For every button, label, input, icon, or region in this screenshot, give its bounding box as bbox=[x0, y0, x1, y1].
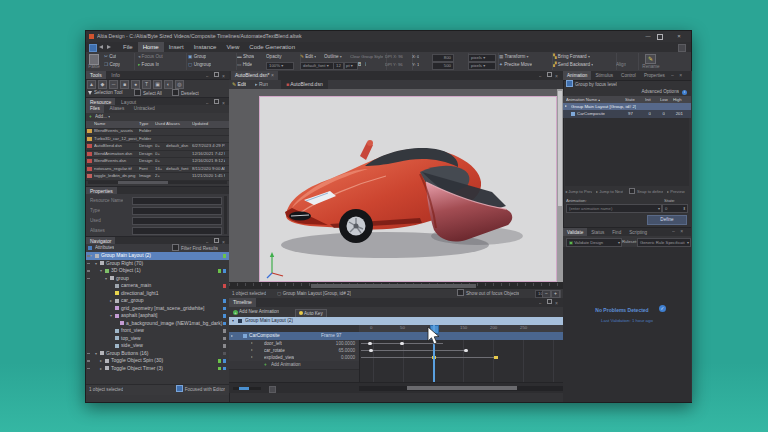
ellipse-tool-icon[interactable]: ● bbox=[131, 80, 140, 89]
design-canvas[interactable] bbox=[259, 96, 557, 282]
resource-row[interactable]: notosans_regular.ttfFont16+default_font8… bbox=[86, 166, 229, 174]
opacity-value[interactable]: 100% ▾ bbox=[266, 62, 294, 70]
jump-to-next-button[interactable]: ▸ Jump to Next bbox=[596, 188, 623, 196]
height-field[interactable]: 500 bbox=[432, 62, 454, 70]
edit-mode-button[interactable]: ✎ Edit bbox=[232, 80, 246, 89]
animation-group-row[interactable]: ▸ Group Main Layout [Group, id# 2] bbox=[563, 103, 691, 110]
col-animation-name[interactable]: Animation Name ▴ bbox=[566, 96, 600, 103]
keyframe[interactable] bbox=[368, 342, 372, 346]
show-button[interactable]: ▬ Show bbox=[237, 53, 254, 61]
visibility-toggle-icon[interactable] bbox=[87, 353, 90, 355]
timeline-zoom-fit-button[interactable] bbox=[269, 386, 276, 393]
visibility-toggle-icon[interactable] bbox=[87, 278, 90, 280]
viewport[interactable] bbox=[229, 89, 563, 282]
focus-out-button[interactable]: ◂ Focus Out bbox=[138, 53, 163, 61]
animation-list-well[interactable] bbox=[565, 118, 689, 186]
row-expand-icon[interactable]: ▸ bbox=[231, 332, 233, 340]
animation-carcomposite-row[interactable]: CarComposite 97 0 0 201 bbox=[563, 110, 691, 118]
add-new-animation-button[interactable]: + Add New Animation bbox=[233, 307, 279, 317]
select-tool-icon[interactable]: ▲ bbox=[87, 80, 96, 89]
tab-info[interactable]: Info bbox=[107, 71, 123, 79]
align-button[interactable]: Align bbox=[616, 61, 626, 69]
cut-button[interactable]: ✂ Cut bbox=[104, 53, 116, 61]
font-size-field[interactable]: 12 bbox=[333, 62, 344, 70]
menu-tab-insert[interactable]: Insert bbox=[164, 42, 189, 52]
tab-untracked[interactable]: Untracked bbox=[130, 105, 159, 113]
resource-row[interactable]: AutoBlend.dsnDesign0+default_dsn6/27/202… bbox=[86, 143, 229, 151]
unit-select[interactable]: pt ▾ bbox=[344, 62, 358, 70]
advanced-options-link[interactable]: Advanced Options bbox=[641, 88, 679, 96]
info-icon[interactable]: i bbox=[682, 90, 687, 95]
pixels-select-y[interactable]: pixels ▾ bbox=[468, 62, 496, 70]
define-button[interactable]: Define bbox=[647, 215, 687, 225]
resource-row[interactable]: BlendAnimation.dsnDesign0+12/16/2021 7:4… bbox=[86, 151, 229, 159]
ruleset-select[interactable]: Generic Rule Specificati ▾ bbox=[637, 238, 691, 247]
pos-y-field[interactable]: Y: 1 bbox=[412, 61, 419, 69]
timeline-add-animation-row[interactable]: + Add Animation bbox=[229, 361, 359, 370]
rename-button[interactable]: Rename bbox=[638, 63, 664, 71]
pos-x-field[interactable]: X: 0 bbox=[412, 53, 419, 61]
col-aliases[interactable]: Aliases bbox=[166, 121, 192, 128]
rotate-tool-icon[interactable]: ◐ bbox=[164, 80, 173, 89]
resource-hscrollbar[interactable] bbox=[88, 181, 227, 184]
keyframe[interactable] bbox=[400, 342, 404, 346]
car-3d-model[interactable] bbox=[270, 119, 542, 277]
panel-mini-buttons[interactable]: – × bbox=[539, 72, 560, 79]
menu-tab-code-generation[interactable]: Code Generation bbox=[244, 42, 300, 52]
group-button[interactable]: ▣ Group bbox=[188, 53, 206, 61]
pixels-select-x[interactable]: pixels ▾ bbox=[468, 54, 496, 62]
transform-button[interactable]: ▦ Transform ▾ bbox=[499, 53, 529, 61]
undo-icon[interactable] bbox=[99, 45, 103, 49]
nav-item[interactable]: front_view bbox=[86, 327, 229, 335]
nav-item[interactable]: ▾3D Object (1) bbox=[86, 267, 229, 275]
nav-item[interactable]: ▾Group Buttons (16) bbox=[86, 350, 229, 358]
close-button[interactable]: × bbox=[672, 31, 686, 42]
save-icon[interactable] bbox=[89, 44, 97, 52]
bring-forward-button[interactable]: ▚ Bring Forward ▾ bbox=[553, 53, 590, 61]
tab-animation[interactable]: Animation bbox=[563, 71, 591, 80]
jump-to-prev-button[interactable]: ◂ Jump to Prev bbox=[565, 188, 592, 196]
col-high[interactable]: High bbox=[673, 96, 682, 103]
visibility-toggle-icon[interactable] bbox=[87, 270, 90, 272]
visibility-toggle-icon[interactable] bbox=[87, 263, 90, 265]
minimize-button[interactable]: — bbox=[641, 31, 655, 42]
redo-icon[interactable] bbox=[107, 45, 111, 49]
visibility-toggle-icon[interactable] bbox=[87, 360, 90, 362]
resource-row[interactable]: BlendEvents.dsnDesign0+12/16/2021 8:12 A… bbox=[86, 158, 229, 166]
type-field[interactable] bbox=[132, 207, 222, 215]
zoom-out-button[interactable]: − bbox=[542, 290, 551, 298]
snap-to-define-checkbox[interactable]: Snap to define bbox=[629, 188, 663, 196]
timeline-group-row[interactable]: ▾ Group Main Layout (2) bbox=[229, 317, 563, 325]
panel-mini-buttons[interactable]: – × bbox=[672, 228, 685, 234]
keyframe-auto[interactable] bbox=[494, 356, 498, 360]
focus-in-button[interactable]: ▸ Focus In bbox=[138, 61, 159, 69]
rect-tool-icon[interactable]: ■ bbox=[120, 80, 129, 89]
nav-item[interactable]: top_view bbox=[86, 335, 229, 343]
send-backward-button[interactable]: ▞ Send Backward ▾ bbox=[553, 61, 593, 69]
resource-row[interactable]: Turbo3D_car_12_post_...Folder bbox=[86, 136, 229, 144]
animation-name-input[interactable]: (enter animation name) ▾ bbox=[566, 204, 662, 213]
attributes-label[interactable]: Attributes bbox=[95, 244, 114, 252]
nav-item[interactable]: camera_main bbox=[86, 282, 229, 290]
run-mode-button[interactable]: ▸ Run bbox=[255, 80, 268, 89]
visibility-toggle-icon[interactable] bbox=[87, 368, 90, 370]
zoom-in-button[interactable]: + bbox=[551, 290, 560, 298]
nav-item[interactable]: ▾Group Main Layout (2) bbox=[86, 252, 229, 260]
panel-mini-buttons[interactable]: – × bbox=[206, 72, 227, 79]
ungroup-button[interactable]: ▢ Ungroup bbox=[188, 61, 211, 69]
zoom-tool-icon[interactable]: ◎ bbox=[175, 80, 184, 89]
keyframe[interactable] bbox=[464, 349, 468, 353]
nav-item[interactable]: a_background_image (NEW1mat_bg_dark) bbox=[86, 320, 229, 328]
nav-item[interactable]: ▾Group Right (70) bbox=[86, 260, 229, 268]
menu-tab-view[interactable]: View bbox=[221, 42, 244, 52]
show-out-of-focus-checkbox[interactable]: Show out of focus Objects bbox=[457, 289, 519, 298]
timeline-hscrollbar[interactable] bbox=[359, 386, 563, 391]
nav-item[interactable]: grid_geometry [mat_scene_gridwhite] bbox=[86, 305, 229, 313]
design-tab[interactable]: ■ AutoBlend.dsn bbox=[281, 80, 328, 89]
tab-stimulus[interactable]: Stimulus bbox=[591, 71, 617, 80]
nav-item[interactable]: side_view bbox=[86, 342, 229, 350]
nav-item[interactable]: ▸Toggle Object Spin (30) bbox=[86, 357, 229, 365]
col-type[interactable]: Type bbox=[139, 121, 155, 128]
menu-tab-instance[interactable]: Instance bbox=[189, 42, 222, 52]
tab-tools[interactable]: Tools bbox=[86, 71, 106, 79]
